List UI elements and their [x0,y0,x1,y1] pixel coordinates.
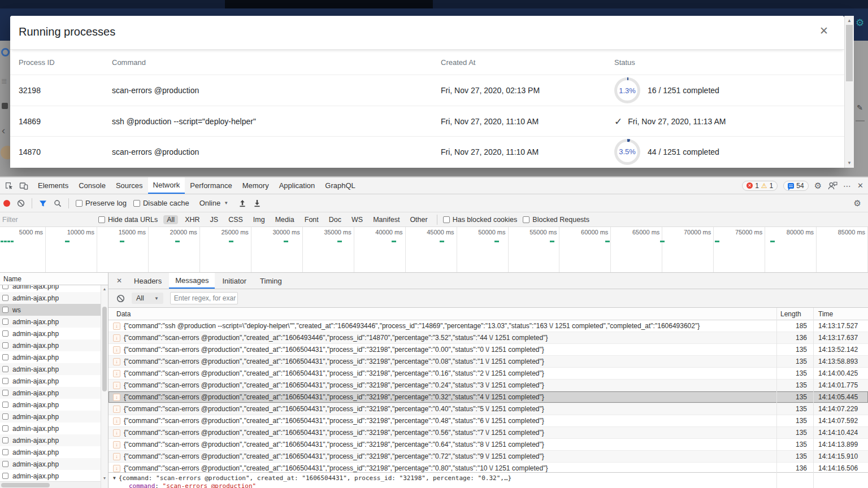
request-row[interactable]: admin-ajax.php [0,363,101,375]
websocket-message-row[interactable]: ↓ {"command":"scan-errors @production","… [108,391,868,403]
websocket-message-row[interactable]: ↓ {"command":"scan-errors @production","… [108,463,868,472]
request-type-filter[interactable]: Other [406,215,431,224]
request-row[interactable]: admin-ajax.php [0,422,101,434]
request-checkbox[interactable] [2,413,8,420]
request-type-filter[interactable]: All [163,215,178,224]
request-type-filter[interactable]: JS [207,215,222,224]
request-row[interactable]: admin-ajax.php [0,399,101,411]
scrollbar-thumb[interactable] [846,25,853,81]
request-row[interactable]: admin-ajax.php [0,351,101,363]
request-row[interactable]: admin-ajax.php [0,285,101,292]
websocket-message-row[interactable]: ↓ {"command":"scan-errors @production","… [108,356,868,368]
request-type-filter[interactable]: XHR [181,215,203,224]
checkbox[interactable] [98,216,105,223]
search-icon[interactable] [54,199,62,207]
import-har-icon[interactable] [238,199,246,207]
col-length[interactable]: Length [777,310,814,318]
request-type-filter[interactable]: Manifest [370,215,403,224]
col-data[interactable]: Data [108,310,777,318]
request-checkbox[interactable] [2,366,8,372]
devtools-tab[interactable]: Sources [111,177,148,194]
requests-horizontal-scrollbar[interactable] [0,481,101,488]
request-type-filter[interactable]: WS [348,215,366,224]
request-row[interactable]: admin-ajax.php [0,387,101,399]
scroll-up-icon[interactable]: ▲ [101,287,108,291]
close-devtools-icon[interactable]: ✕ [857,181,863,190]
websocket-message-row[interactable]: ↓ {"command":"scan-errors @production","… [108,427,868,439]
websocket-message-row[interactable]: ↓ {"command":"scan-errors @production","… [108,415,868,427]
request-checkbox[interactable] [2,378,8,384]
request-checkbox[interactable] [2,402,8,408]
network-settings-gear-icon[interactable]: ⚙ [854,198,865,208]
websocket-message-row[interactable]: ↓ {"command":"scan-errors @production","… [108,332,868,344]
request-checkbox[interactable] [2,307,8,313]
devtools-tab[interactable]: Performance [185,177,237,194]
request-checkbox[interactable] [2,354,8,360]
blocked-requests-checkbox[interactable]: Blocked Requests [523,216,589,224]
messages-tab[interactable]: Headers [128,273,168,289]
request-checkbox[interactable] [2,330,8,337]
devtools-tab[interactable]: GraphQL [320,177,360,194]
request-row[interactable]: admin-ajax.php [0,434,101,446]
device-toolbar-icon[interactable] [19,181,28,190]
devtools-tab[interactable]: Memory [237,177,274,194]
request-row[interactable]: admin-ajax.php [0,328,101,339]
export-har-icon[interactable] [253,199,261,207]
clear-messages-icon[interactable] [116,294,125,303]
request-checkbox[interactable] [2,390,8,396]
websocket-message-row[interactable]: ↓ {"command":"scan-errors @production","… [108,380,868,391]
messages-tab[interactable]: Initiator [216,273,253,289]
modal-scrollbar[interactable]: ▲ ▼ [844,16,854,168]
request-type-filter[interactable]: CSS [225,215,246,224]
request-row[interactable]: admin-ajax.php [0,446,101,458]
inspect-element-icon[interactable] [5,181,14,190]
disable-cache-checkbox[interactable]: Disable cache [133,199,189,207]
websocket-message-row[interactable]: ↓ {"command":"scan-errors @production","… [108,344,868,356]
close-icon[interactable]: ✕ [819,24,828,37]
has-blocked-cookies-checkbox[interactable]: Has blocked cookies [443,216,518,224]
request-checkbox[interactable] [2,285,8,289]
messages-tab[interactable]: Messages [169,273,215,289]
filter-funnel-icon[interactable] [39,199,47,207]
request-row[interactable]: admin-ajax.php [0,470,101,482]
scroll-down-icon[interactable]: ▼ [845,160,854,165]
col-time[interactable]: Time [814,310,868,318]
checkbox[interactable] [443,216,450,223]
request-type-filter[interactable]: Font [301,215,322,224]
checkbox[interactable] [76,200,83,207]
settings-gear-icon[interactable]: ⚙ [814,181,822,191]
request-checkbox[interactable] [2,473,8,479]
request-checkbox[interactable] [2,449,8,455]
request-type-filter[interactable]: Media [272,215,298,224]
request-checkbox[interactable] [2,437,8,443]
request-row[interactable]: admin-ajax.php [0,458,101,470]
record-icon[interactable] [3,200,10,207]
request-checkbox[interactable] [2,342,8,348]
errors-warnings-badge[interactable]: ✕ 1 ⚠ 1 [742,181,778,191]
message-type-select[interactable]: All ▼ [132,293,163,304]
request-row[interactable]: admin-ajax.php [0,375,101,387]
request-type-filter[interactable]: Img [250,215,268,224]
scroll-up-icon[interactable]: ▲ [845,18,854,23]
feedback-person-icon[interactable] [827,181,837,190]
request-type-filter[interactable]: Doc [326,215,345,224]
messages-tab[interactable]: Timing [254,273,288,289]
scrollbar-thumb[interactable] [1,483,50,487]
websocket-message-row[interactable]: ↓ {"command":"ssh @production --script=\… [108,320,868,332]
request-row[interactable]: admin-ajax.php [0,339,101,351]
requests-vertical-scrollbar[interactable]: ▲ ▼ [101,285,108,488]
devtools-tab[interactable]: Console [73,177,111,194]
more-options-icon[interactable]: ⋯ [843,181,852,190]
scroll-down-icon[interactable]: ▼ [101,476,108,480]
requests-name-header[interactable]: Name [0,273,108,285]
request-row[interactable]: admin-ajax.php [0,316,101,328]
close-request-icon[interactable]: ✕ [112,273,127,289]
request-checkbox[interactable] [2,319,8,325]
websocket-message-row[interactable]: ↓ {"command":"scan-errors @production","… [108,368,868,380]
request-checkbox[interactable] [2,425,8,432]
request-row[interactable]: admin-ajax.php [0,411,101,422]
clear-icon[interactable] [17,199,25,207]
request-row[interactable]: ws [0,304,101,316]
throttling-select[interactable]: Online ▼ [196,198,232,208]
websocket-message-row[interactable]: ↓ {"command":"scan-errors @production","… [108,403,868,415]
